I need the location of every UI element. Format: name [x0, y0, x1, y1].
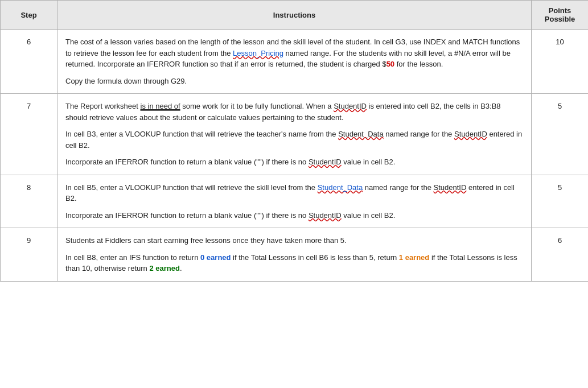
points-value: 5 — [532, 94, 589, 175]
instruction-text: Students at Fiddlers can start earning f… — [57, 228, 532, 282]
step-number: 7 — [1, 94, 57, 175]
student-data-ref: Student_Data — [338, 130, 384, 138]
two-earned: 2 earned — [149, 264, 179, 273]
student-id-ref5: StudentID — [309, 211, 342, 220]
header-instructions: Instructions — [57, 1, 532, 30]
student-id-ref4: StudentID — [434, 183, 467, 192]
points-value: 10 — [532, 30, 589, 94]
step-number: 6 — [1, 30, 57, 94]
instruction-text: In cell B5, enter a VLOOKUP function tha… — [57, 175, 532, 228]
instruction-text: The Report worksheet is in need of some … — [57, 94, 532, 175]
emphasis-text: is in need of — [141, 102, 180, 110]
table-row: 7 The Report worksheet is in need of som… — [1, 94, 589, 175]
student-id-ref3: StudentID — [309, 158, 342, 166]
header-points: PointsPossible — [532, 1, 589, 30]
lesson-pricing-link[interactable]: Lesson_Pricing — [233, 49, 283, 57]
dollar-amount: 50 — [386, 60, 394, 68]
table-row: 6 The cost of a lesson varies based on t… — [1, 30, 589, 94]
points-value: 6 — [532, 228, 589, 282]
student-id-ref: StudentID — [334, 102, 367, 110]
step-number: 9 — [1, 228, 57, 282]
step-number: 8 — [1, 175, 57, 228]
instruction-text: The cost of a lesson varies based on the… — [57, 30, 532, 94]
points-value: 5 — [532, 175, 589, 228]
student-id-ref2: StudentID — [454, 130, 487, 138]
one-earned: 1 earned — [399, 253, 429, 262]
zero-earned: 0 earned — [200, 253, 231, 262]
table-row: 9 Students at Fiddlers can start earning… — [1, 228, 589, 282]
header-step: Step — [1, 1, 57, 30]
student-data-link[interactable]: Student_Data — [318, 183, 363, 192]
table-row: 8 In cell B5, enter a VLOOKUP function t… — [1, 175, 589, 228]
